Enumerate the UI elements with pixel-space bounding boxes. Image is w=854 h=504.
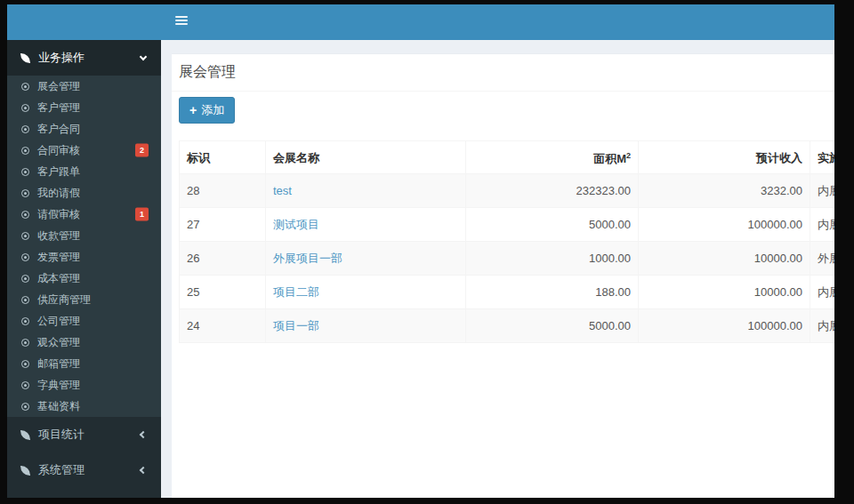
sidebar-item-label: 我的请假 — [37, 186, 80, 200]
cell-income: 10000.00 — [639, 276, 810, 309]
dot-circle-icon — [21, 360, 29, 368]
app-logo[interactable] — [7, 4, 161, 40]
leaf-icon — [20, 466, 30, 476]
sidebar-item: 展会管理 — [7, 76, 161, 97]
cell-id: 25 — [180, 276, 266, 309]
exhibition-name-link[interactable]: 项目二部 — [273, 285, 319, 299]
dot-circle-icon — [21, 275, 29, 283]
sidebar-item-link[interactable]: 客户跟单 — [7, 161, 161, 182]
notification-badge: 2 — [135, 144, 149, 157]
sidebar-item-label: 收款管理 — [37, 228, 80, 243]
sidebar-item-link[interactable]: 邮箱管理 — [7, 353, 161, 374]
cell-name: 项目二部 — [266, 276, 466, 309]
sidebar-item: 收款管理 — [7, 225, 161, 246]
sidebar-item: 客户跟单 — [7, 161, 161, 182]
sidebar-item: 观众管理 — [7, 332, 161, 353]
exhibition-name-link[interactable]: test — [273, 184, 292, 197]
table-row: 26外展项目一部1000.0010000.00外展项目 — [180, 242, 835, 276]
exhibition-name-link[interactable]: 外展项目一部 — [273, 252, 342, 265]
sidebar-section-toggle[interactable]: 项目统计 — [7, 417, 161, 452]
cell-income: 100000.00 — [639, 208, 810, 242]
sidebar-item-label: 供应商管理 — [37, 292, 91, 307]
sidebar-item-link[interactable]: 供应商管理 — [7, 289, 161, 310]
sidebar-item-link[interactable]: 合同审核2 — [7, 140, 161, 161]
cell-dept: 外展项目 — [810, 242, 835, 276]
sidebar-section-label: 项目统计 — [38, 427, 85, 443]
sidebar-item-label: 邮箱管理 — [37, 356, 80, 371]
page-title: 展会管理 — [172, 54, 834, 92]
sidebar-section-toggle[interactable]: 业务操作 — [7, 40, 161, 76]
table-row: 24项目一部5000.00100000.00内展项目 — [180, 309, 835, 343]
sidebar-item: 字典管理 — [7, 374, 161, 396]
sidebar-item: 供应商管理 — [7, 289, 161, 310]
sidebar-item-label: 合同审核 — [37, 143, 80, 157]
cell-name: 外展项目一部 — [266, 242, 466, 276]
dot-circle-icon — [21, 83, 29, 91]
column-header: 预计收入 — [639, 141, 810, 174]
cell-area: 232323.00 — [466, 174, 639, 208]
sidebar-menu: 业务操作 展会管理客户管理客户合同合同审核2客户跟单我的请假请假审核1收款管理发… — [7, 40, 161, 488]
screen-bezel: 业务操作 展会管理客户管理客户合同合同审核2客户跟单我的请假请假审核1收款管理发… — [0, 0, 854, 504]
sidebar-item-link[interactable]: 公司管理 — [7, 310, 161, 332]
sidebar-item-link[interactable]: 展会管理 — [7, 76, 161, 97]
content-area: 展会管理 + 添加 标识会展名称面积M2预计收入实施部门 28test23232… — [161, 40, 834, 498]
cell-dept: 内展项目 — [810, 174, 835, 208]
sidebar-item-link[interactable]: 收款管理 — [7, 225, 161, 246]
dot-circle-icon — [21, 403, 29, 411]
cell-dept: 内展项目 — [810, 276, 835, 309]
sidebar-section-statistics: 项目统计 — [7, 417, 161, 452]
cell-income: 100000.00 — [639, 309, 810, 343]
sidebar-item-link[interactable]: 字典管理 — [7, 374, 161, 396]
sidebar-item-link[interactable]: 客户管理 — [7, 97, 161, 118]
cell-id: 24 — [180, 309, 266, 343]
cell-name: 项目一部 — [266, 309, 466, 343]
notification-badge: 1 — [135, 208, 149, 221]
sidebar-item-link[interactable]: 观众管理 — [7, 332, 161, 353]
cell-name: 测试项目 — [266, 208, 466, 242]
sidebar-item: 请假审核1 — [7, 204, 161, 225]
sidebar: 业务操作 展会管理客户管理客户合同合同审核2客户跟单我的请假请假审核1收款管理发… — [7, 4, 161, 498]
sidebar-item-link[interactable]: 基础资料 — [7, 396, 161, 417]
sidebar-section-toggle[interactable]: 系统管理 — [7, 452, 161, 488]
sidebar-item-label: 客户合同 — [37, 122, 80, 136]
dot-circle-icon — [21, 168, 29, 176]
column-header: 会展名称 — [266, 141, 466, 174]
cell-area: 1000.00 — [466, 242, 639, 276]
cell-dept: 内展项目 — [810, 208, 835, 242]
sidebar-item-label: 客户跟单 — [37, 164, 80, 179]
add-button[interactable]: + 添加 — [179, 97, 235, 124]
sidebar-section-label: 系统管理 — [38, 462, 85, 478]
chevron-left-icon — [140, 431, 147, 438]
dot-circle-icon — [21, 147, 29, 155]
exhibition-name-link[interactable]: 测试项目 — [273, 218, 319, 231]
table-body: 28test232323.003232.00内展项目27测试项目5000.001… — [180, 174, 835, 343]
chevron-down-icon — [140, 52, 147, 60]
exhibition-name-link[interactable]: 项目一部 — [273, 319, 319, 332]
cell-area: 5000.00 — [466, 309, 639, 343]
sidebar-item-link[interactable]: 请假审核1 — [7, 204, 161, 225]
cell-name: test — [266, 174, 466, 208]
sidebar-item-link[interactable]: 成本管理 — [7, 268, 161, 289]
sidebar-item: 客户合同 — [7, 118, 161, 140]
plus-icon: + — [189, 104, 197, 116]
table-header-row: 标识会展名称面积M2预计收入实施部门 — [180, 141, 835, 174]
sidebar-submenu: 展会管理客户管理客户合同合同审核2客户跟单我的请假请假审核1收款管理发票管理成本… — [7, 76, 161, 417]
hamburger-icon — [175, 16, 188, 18]
sidebar-item-link[interactable]: 我的请假 — [7, 182, 161, 204]
dot-circle-icon — [21, 211, 29, 219]
sidebar-toggle-button[interactable] — [175, 16, 188, 27]
chevron-left-icon — [140, 467, 147, 474]
cell-dept: 内展项目 — [810, 309, 835, 343]
sidebar-item-label: 公司管理 — [37, 314, 80, 328]
leaf-icon — [20, 430, 30, 440]
content-panel: 展会管理 + 添加 标识会展名称面积M2预计收入实施部门 28test23232… — [172, 53, 834, 498]
sidebar-section-business: 业务操作 展会管理客户管理客户合同合同审核2客户跟单我的请假请假审核1收款管理发… — [7, 40, 161, 417]
cell-area: 188.00 — [466, 276, 639, 309]
sidebar-item: 我的请假 — [7, 182, 161, 204]
sidebar-item-link[interactable]: 客户合同 — [7, 118, 161, 140]
sidebar-item: 客户管理 — [7, 97, 161, 118]
sidebar-item-link[interactable]: 发票管理 — [7, 246, 161, 268]
top-header — [161, 4, 834, 40]
sidebar-section-system: 系统管理 — [7, 452, 161, 488]
sidebar-item-label: 字典管理 — [37, 378, 80, 392]
